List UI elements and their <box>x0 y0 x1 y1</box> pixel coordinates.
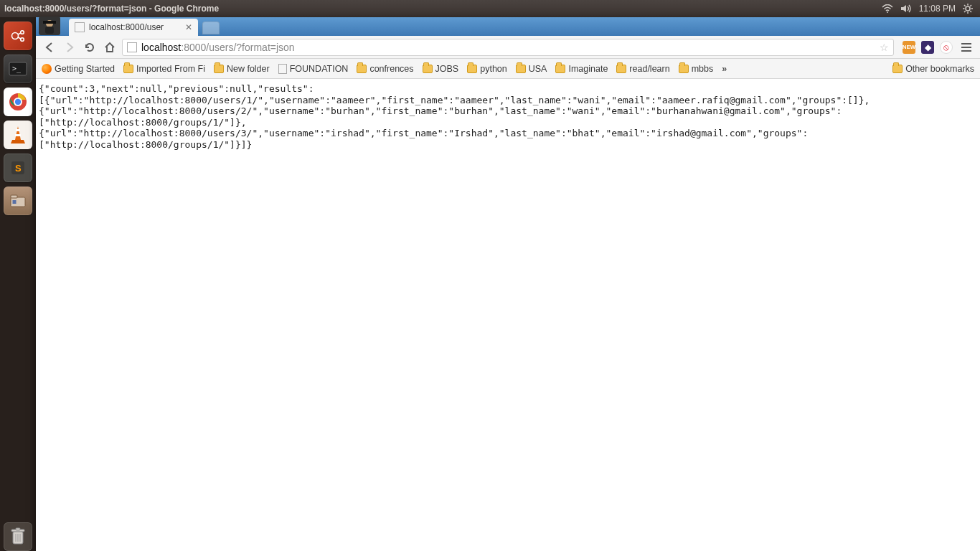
bookmark-read-learn[interactable]: read/learn <box>616 64 669 74</box>
folder-icon <box>679 65 689 73</box>
extension-purple-icon[interactable]: ◆ <box>921 41 934 54</box>
bookmark-label: JOBS <box>435 64 459 74</box>
svg-rect-37 <box>45 27 54 34</box>
svg-marker-23 <box>11 140 25 143</box>
address-bar[interactable]: localhost:8000/users/?format=json ☆ <box>122 39 894 56</box>
bookmark-imaginate[interactable]: Imaginate <box>555 64 608 74</box>
gear-icon[interactable] <box>963 4 973 14</box>
folder-icon <box>357 65 367 73</box>
svg-text:S: S <box>15 163 22 174</box>
profile-avatar-icon[interactable] <box>34 15 65 37</box>
folder-icon <box>516 65 526 73</box>
svg-point-12 <box>21 38 24 42</box>
extension-red-icon[interactable]: ⦸ <box>940 41 953 54</box>
bookmark-label: mbbs <box>692 64 714 74</box>
bookmark-label: FOUNDATION <box>290 64 349 74</box>
chevron-double-right-icon: » <box>722 64 727 74</box>
bookmark-foundation[interactable]: FOUNDATION <box>278 64 349 74</box>
folder-icon <box>214 65 224 73</box>
folder-icon <box>467 65 477 73</box>
page-icon <box>278 64 287 74</box>
folder-icon <box>555 65 565 73</box>
reload-button[interactable] <box>82 39 98 55</box>
svg-point-1 <box>966 6 970 11</box>
folder-icon <box>423 65 433 73</box>
bookmark-label: New folder <box>227 64 270 74</box>
svg-point-10 <box>12 33 19 39</box>
chrome-menu-button[interactable] <box>958 39 974 55</box>
launcher-trash-icon[interactable] <box>4 522 32 551</box>
home-button[interactable] <box>102 39 118 55</box>
extension-new-icon[interactable]: NEW <box>903 41 915 54</box>
svg-rect-22 <box>15 134 21 136</box>
bookmark-label: python <box>480 64 507 74</box>
bookmark-label: Other bookmarks <box>905 64 974 74</box>
launcher-terminal-icon[interactable]: >_ <box>4 55 32 83</box>
svg-line-8 <box>970 5 971 6</box>
bookmark-star-icon[interactable]: ☆ <box>880 42 889 53</box>
url-host: localhost <box>141 42 181 53</box>
tab-title: localhost:8000/user <box>89 22 181 32</box>
unity-launcher: >_ S <box>0 17 36 551</box>
folder-icon <box>892 65 903 73</box>
bookmark-python[interactable]: python <box>467 64 507 74</box>
ubuntu-panel: localhost:8000/users/?format=json - Goog… <box>0 0 980 17</box>
svg-line-13 <box>18 33 21 34</box>
bookmark-new-folder[interactable]: New folder <box>214 64 270 74</box>
bookmark-label: Imported From Fi <box>136 64 205 74</box>
svg-rect-31 <box>16 528 20 530</box>
bookmark-jobs[interactable]: JOBS <box>423 64 459 74</box>
new-tab-button[interactable] <box>202 22 220 34</box>
bookmark-usa[interactable]: USA <box>516 64 547 74</box>
page-json-body: {"count":3,"next":null,"previous":null,"… <box>36 79 980 551</box>
bookmark-label: Imaginate <box>568 64 608 74</box>
folder-icon <box>616 65 626 73</box>
svg-rect-38 <box>43 21 56 24</box>
wifi-icon[interactable] <box>882 4 893 13</box>
bookmarks-bar: Getting Started Imported From Fi New fol… <box>36 59 980 79</box>
tab-close-icon[interactable]: ✕ <box>185 22 192 32</box>
svg-rect-28 <box>13 200 17 204</box>
svg-line-6 <box>964 5 966 6</box>
svg-rect-27 <box>11 195 17 198</box>
chrome-window: localhost:8000/user ✕ localhost:8000/use… <box>36 17 980 551</box>
tab-favicon-icon <box>75 22 85 32</box>
clock-text[interactable]: 11:08 PM <box>919 4 956 14</box>
svg-line-7 <box>970 11 971 12</box>
folder-icon <box>123 65 133 73</box>
other-bookmarks[interactable]: Other bookmarks <box>892 64 974 74</box>
site-favicon-icon <box>127 42 137 52</box>
bookmark-label: confrences <box>369 64 413 74</box>
launcher-dash-icon[interactable] <box>4 22 32 50</box>
svg-point-11 <box>21 31 24 34</box>
svg-point-0 <box>887 11 888 13</box>
tab-strip: localhost:8000/user ✕ <box>36 17 980 36</box>
firefox-icon <box>42 64 52 74</box>
svg-point-19 <box>15 99 21 105</box>
svg-rect-21 <box>16 129 20 131</box>
bookmarks-overflow-button[interactable]: » <box>722 64 727 74</box>
launcher-files-icon[interactable] <box>4 187 32 215</box>
bookmark-mbbs[interactable]: mbbs <box>679 64 714 74</box>
bookmark-imported[interactable]: Imported From Fi <box>123 64 205 74</box>
url-rest: :8000/users/?format=json <box>181 42 294 53</box>
bookmark-label: Getting Started <box>55 64 115 74</box>
launcher-vlc-icon[interactable] <box>4 121 32 149</box>
bookmark-getting-started[interactable]: Getting Started <box>42 64 115 74</box>
svg-marker-20 <box>15 126 21 140</box>
back-button[interactable] <box>42 39 57 55</box>
bookmark-label: read/learn <box>629 64 669 74</box>
svg-text:>_: >_ <box>12 65 22 73</box>
bookmark-confrences[interactable]: confrences <box>357 64 413 74</box>
launcher-chrome-icon[interactable] <box>4 88 32 116</box>
svg-line-9 <box>964 11 966 12</box>
svg-line-14 <box>18 37 21 39</box>
browser-tab[interactable]: localhost:8000/user ✕ <box>69 19 198 36</box>
bookmark-label: USA <box>529 64 547 74</box>
browser-toolbar: localhost:8000/users/?format=json ☆ NEW … <box>36 36 980 59</box>
window-title: localhost:8000/users/?format=json - Goog… <box>4 4 219 14</box>
launcher-sublime-icon[interactable]: S <box>4 154 32 182</box>
forward-button[interactable] <box>62 39 77 55</box>
volume-icon[interactable] <box>900 4 912 13</box>
